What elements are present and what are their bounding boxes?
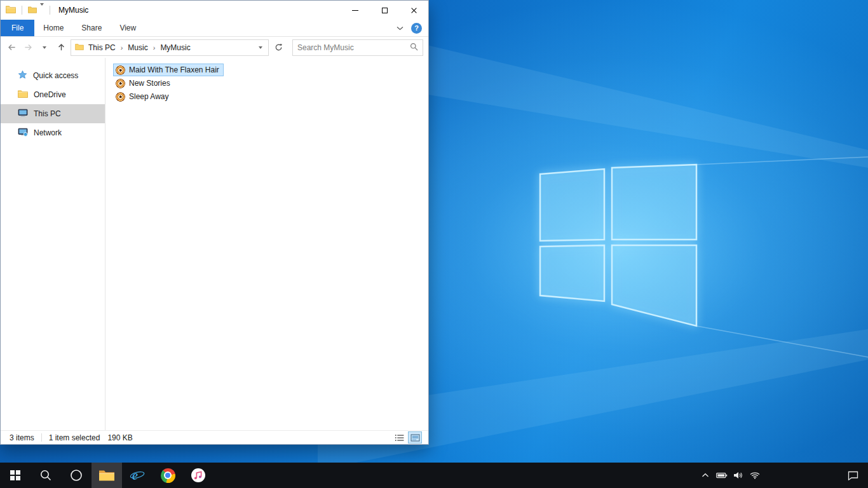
media-file-icon bbox=[116, 65, 125, 75]
sidebar-item-label: OneDrive bbox=[34, 90, 66, 99]
status-selected-count: 1 item selected bbox=[49, 433, 100, 442]
maximize-icon bbox=[382, 8, 388, 13]
navigation-bar: This PC › Music › MyMusic bbox=[1, 37, 428, 58]
folder-icon bbox=[6, 5, 16, 15]
divider bbox=[50, 6, 50, 15]
windows-logo-icon bbox=[10, 470, 20, 480]
maximize-button[interactable] bbox=[370, 1, 399, 20]
recent-locations-chevron-icon[interactable] bbox=[36, 39, 53, 56]
system-tray bbox=[698, 463, 763, 488]
close-button[interactable] bbox=[399, 1, 428, 20]
tab-share[interactable]: Share bbox=[72, 20, 111, 36]
network-icon bbox=[18, 128, 28, 139]
onedrive-folder-icon bbox=[18, 90, 28, 100]
titlebar[interactable]: MyMusic bbox=[1, 1, 428, 20]
speaker-icon bbox=[733, 471, 743, 479]
svg-text:e: e bbox=[132, 468, 138, 482]
itunes-icon bbox=[191, 468, 206, 483]
wifi-icon bbox=[750, 471, 760, 479]
chevron-up-icon bbox=[702, 473, 709, 478]
address-dropdown-chevron-icon[interactable] bbox=[255, 46, 266, 49]
qat-customize-chevron-icon[interactable] bbox=[40, 6, 44, 15]
status-item-count: 3 items bbox=[10, 433, 34, 442]
taskbar-chrome-button[interactable] bbox=[153, 463, 183, 488]
quick-access-toolbar: MyMusic bbox=[6, 5, 88, 15]
tab-file[interactable]: File bbox=[1, 20, 34, 36]
back-button[interactable] bbox=[3, 39, 20, 56]
tab-home[interactable]: Home bbox=[34, 20, 72, 36]
computer-icon bbox=[18, 109, 28, 119]
details-view-button[interactable] bbox=[392, 431, 406, 444]
status-bar: 3 items 1 item selected 190 KB bbox=[1, 430, 428, 444]
media-file-icon bbox=[116, 92, 125, 102]
minimize-button[interactable] bbox=[341, 1, 370, 20]
internet-explorer-icon: e bbox=[130, 468, 145, 483]
battery-icon bbox=[716, 472, 728, 478]
file-row[interactable]: New Stories bbox=[113, 77, 175, 90]
sidebar-item-label: Network bbox=[34, 128, 62, 137]
tray-expand-button[interactable] bbox=[698, 463, 713, 488]
sidebar-item-onedrive[interactable]: OneDrive bbox=[1, 85, 105, 104]
breadcrumb-music[interactable]: Music bbox=[123, 40, 152, 55]
volume-button[interactable] bbox=[731, 463, 746, 488]
window-controls bbox=[341, 1, 428, 20]
search-input[interactable] bbox=[297, 43, 410, 52]
media-file-icon bbox=[116, 79, 125, 88]
star-icon bbox=[18, 70, 27, 81]
tab-view[interactable]: View bbox=[111, 20, 145, 36]
action-center-icon bbox=[848, 471, 858, 480]
file-name: New Stories bbox=[129, 79, 170, 88]
chrome-icon bbox=[161, 468, 175, 483]
taskbar-search-button[interactable] bbox=[31, 463, 61, 488]
forward-button[interactable] bbox=[20, 39, 36, 56]
sidebar-item-network[interactable]: Network bbox=[1, 123, 105, 142]
breadcrumb-mymusic[interactable]: MyMusic bbox=[156, 40, 194, 55]
address-bar[interactable]: This PC › Music › MyMusic bbox=[71, 39, 269, 56]
refresh-button[interactable] bbox=[270, 39, 287, 56]
file-list[interactable]: Maid With The Flaxen Hair New Stories Sl… bbox=[105, 58, 428, 430]
minimize-icon bbox=[352, 10, 358, 11]
cortana-icon bbox=[70, 469, 83, 482]
cortana-button[interactable] bbox=[61, 463, 92, 488]
divider bbox=[22, 6, 22, 15]
network-button[interactable] bbox=[747, 463, 763, 488]
taskbar-itunes-button[interactable] bbox=[183, 463, 214, 488]
breadcrumb-this-pc[interactable]: This PC bbox=[84, 40, 120, 55]
large-icons-view-button[interactable] bbox=[408, 431, 422, 444]
expand-ribbon-chevron-icon[interactable] bbox=[397, 24, 403, 32]
battery-button[interactable] bbox=[714, 463, 729, 488]
sidebar-item-label: Quick access bbox=[33, 71, 78, 80]
start-button[interactable] bbox=[0, 463, 31, 488]
search-box[interactable] bbox=[292, 39, 423, 56]
explorer-content: Quick access OneDrive This PC Network bbox=[1, 58, 428, 430]
taskbar: e bbox=[0, 463, 868, 488]
sidebar-item-quick-access[interactable]: Quick access bbox=[1, 66, 105, 85]
search-icon bbox=[39, 469, 52, 482]
file-name: Maid With The Flaxen Hair bbox=[129, 65, 219, 74]
close-icon bbox=[410, 7, 417, 14]
file-explorer-window: MyMusic File Home Share View ? bbox=[0, 0, 429, 445]
file-row[interactable]: Maid With The Flaxen Hair bbox=[113, 64, 224, 76]
file-row[interactable]: Sleep Away bbox=[113, 90, 173, 103]
taskbar-internet-explorer-button[interactable]: e bbox=[122, 463, 153, 488]
ribbon-tab-bar: File Home Share View ? bbox=[1, 20, 428, 37]
divider bbox=[41, 433, 42, 442]
search-icon[interactable] bbox=[410, 43, 418, 53]
taskbar-file-explorer-button[interactable] bbox=[92, 463, 122, 488]
navigation-pane: Quick access OneDrive This PC Network bbox=[1, 58, 105, 430]
file-name: Sleep Away bbox=[129, 92, 169, 101]
help-icon[interactable]: ? bbox=[411, 23, 422, 34]
up-button[interactable] bbox=[53, 39, 69, 56]
sidebar-item-this-pc[interactable]: This PC bbox=[1, 104, 105, 123]
address-folder-icon bbox=[75, 43, 84, 52]
action-center-button[interactable] bbox=[840, 463, 865, 488]
file-explorer-icon bbox=[98, 469, 115, 482]
window-title: MyMusic bbox=[58, 6, 88, 15]
qat-folder-icon[interactable] bbox=[28, 6, 37, 15]
sidebar-item-label: This PC bbox=[34, 109, 61, 118]
status-selected-size: 190 KB bbox=[107, 433, 132, 442]
